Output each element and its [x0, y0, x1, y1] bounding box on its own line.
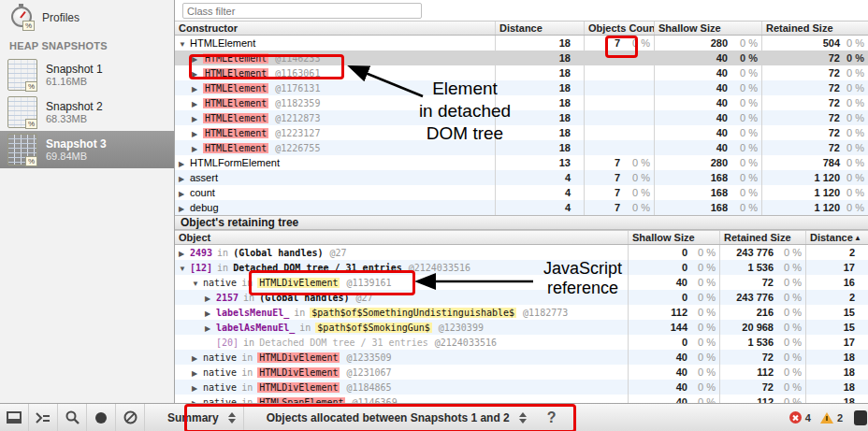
expander-icon[interactable]: ▶ — [205, 307, 216, 320]
retaining-tree-title[interactable]: Object's retaining tree — [175, 215, 868, 230]
column-header-objects-count[interactable]: Objects Count▼ — [585, 22, 655, 35]
search-button[interactable] — [58, 404, 87, 431]
value: 112 — [632, 305, 687, 320]
constructor-row[interactable]: ▶HTMLFormElement1370 %2800 %7840 % — [175, 155, 868, 170]
value: 18 — [499, 110, 571, 125]
retaining-tree-row[interactable]: ▶labelAsMenuEl_in$path$of$SmokingGun$@12… — [175, 320, 868, 335]
heap-snapshot-view: Constructor Distance Objects Count▼ Shal… — [175, 0, 868, 403]
column-header-distance[interactable]: Distance — [496, 22, 585, 35]
value: 72 — [766, 125, 840, 140]
expander-icon[interactable]: ▶ — [205, 322, 216, 335]
constructor-row[interactable]: ▼HTMLElement1870 %2800 %5040 % — [175, 36, 868, 50]
text-part: assert — [190, 172, 218, 183]
retaining-tree-row[interactable]: ▶nativeinHTMLDivElement@1184865400 %720 … — [175, 380, 868, 395]
value: 1 120 — [766, 200, 840, 215]
value-cell: 400 % — [629, 275, 720, 290]
value-cell: 243 7760 % — [720, 290, 806, 305]
expander-icon[interactable]: ▶ — [192, 67, 203, 80]
error-icon[interactable] — [789, 411, 802, 424]
percent: 0 % — [687, 380, 716, 395]
constructor-row[interactable]: ▶debug470 %1680 %1 1200 % — [175, 200, 868, 215]
expander-icon[interactable]: ▼ — [179, 37, 190, 50]
constructor-row[interactable]: ▶HTMLElement@118235918400 %720 % — [175, 95, 868, 110]
object-cell: ▶HTMLElement@1182359 — [175, 95, 496, 110]
constructor-row[interactable]: ▶HTMLElement@122312718400 %720 % — [175, 125, 868, 140]
column-header-constructor[interactable]: Constructor — [175, 22, 496, 35]
value-cell — [585, 110, 655, 125]
expander-icon[interactable]: ▶ — [192, 352, 203, 365]
console-drawer-button[interactable] — [29, 404, 58, 431]
expander-icon[interactable]: ▶ — [192, 381, 203, 395]
retaining-tree-row[interactable]: ▶2493in(Global handles)@2700 %243 7760 %… — [175, 245, 868, 260]
value: 504 — [766, 36, 840, 50]
value: 20 968 — [724, 320, 774, 335]
percent: 0 % — [687, 305, 716, 320]
expander-icon[interactable]: ▶ — [192, 97, 203, 110]
help-button[interactable]: ? — [547, 409, 557, 426]
expander-icon[interactable]: ▶ — [192, 82, 203, 95]
expander-icon[interactable]: ▶ — [192, 52, 203, 65]
object-cell: ▶HTMLElement@1212873 — [175, 110, 496, 125]
column-header-retained-size[interactable]: Retained Size — [762, 22, 868, 35]
constructor-row[interactable]: ▶HTMLElement@121287318400 %720 % — [175, 110, 868, 125]
column-header-distance[interactable]: Distance▲ — [806, 231, 868, 244]
record-button[interactable] — [87, 404, 116, 431]
clear-button[interactable] — [116, 404, 145, 431]
retaining-tree-row[interactable]: ▼nativeinHTMLDivElement@1139161400 %720 … — [175, 275, 868, 290]
column-header-shallow-size[interactable]: Shallow Size — [655, 22, 762, 35]
profiles-panel-button[interactable]: % Profiles — [0, 0, 174, 35]
value-cell: 1 5360 % — [720, 260, 806, 275]
expander-icon[interactable]: ▶ — [179, 202, 190, 215]
constructor-row[interactable]: ▶HTMLElement@114623318400 %720 % — [175, 50, 868, 65]
retaining-tree-row[interactable]: ▶nativeinHTMLDivElement@1233509400 %720 … — [175, 350, 868, 365]
filter-bar — [175, 0, 868, 21]
expander-icon[interactable]: ▶ — [179, 247, 190, 260]
expander-icon[interactable]: ▶ — [179, 187, 190, 200]
value: 40 — [658, 65, 728, 80]
text-part: (Global handles) — [259, 293, 349, 303]
snapshot-item[interactable]: %Snapshot 268.33MB — [0, 93, 174, 131]
expander-icon[interactable]: ▼ — [192, 277, 203, 290]
expander-icon[interactable]: ▶ — [192, 142, 203, 155]
percent: 0 % — [774, 350, 802, 365]
expander-icon[interactable]: ▼ — [179, 262, 190, 275]
expander-icon[interactable]: ▶ — [192, 366, 203, 380]
value-cell: 720 % — [762, 65, 868, 80]
constructor-row[interactable]: ▶count470 %1680 %1 1200 % — [175, 185, 868, 200]
percent: 0 % — [620, 200, 650, 215]
column-header-object[interactable]: Object — [175, 231, 629, 244]
column-header-retained-size[interactable]: Retained Size — [720, 231, 806, 244]
allocation-filter-value: Objects allocated between Snapshots 1 an… — [267, 411, 510, 424]
text-part: @1212873 — [275, 113, 320, 123]
retaining-tree-row[interactable]: ▶nativeinHTMLDivElement@1231067400 %1120… — [175, 365, 868, 380]
expander-icon[interactable]: ▶ — [205, 292, 216, 305]
expander-icon[interactable]: ▶ — [192, 127, 203, 140]
value-cell: 4 — [496, 200, 585, 215]
snapshot-item[interactable]: %Snapshot 369.84MB — [0, 131, 174, 168]
retaining-tree-row[interactable]: ▶2157in(Global handles)@2700 %243 7760 %… — [175, 290, 868, 305]
view-mode-select[interactable]: Summary — [158, 408, 243, 428]
expander-icon[interactable]: ▶ — [192, 112, 203, 125]
retaining-tree-row[interactable]: ▶nativeinHTMLSpanElement@1146369400 %112… — [175, 395, 868, 403]
constructor-row[interactable]: ▶assert470 %1680 %1 1200 % — [175, 170, 868, 185]
expander-icon[interactable]: ▶ — [192, 396, 203, 403]
column-header-shallow-size[interactable]: Shallow Size — [629, 231, 720, 244]
warning-icon[interactable] — [820, 412, 833, 424]
snapshot-item[interactable]: %Snapshot 161.16MB — [0, 56, 174, 93]
retaining-tree-row[interactable]: ▶labelsMenuEl_in$path$of$SomethingUndist… — [175, 305, 868, 320]
value: 2 — [810, 245, 855, 260]
expander-icon[interactable]: ▶ — [179, 157, 190, 170]
retaining-tree-row[interactable]: [20]inDetached DOM tree / 31 entries@212… — [175, 335, 868, 350]
constructor-row[interactable]: ▶HTMLElement@117613118400 %720 % — [175, 80, 868, 95]
allocation-filter-select[interactable]: Objects allocated between Snapshots 1 an… — [257, 408, 534, 428]
class-filter-input[interactable] — [182, 3, 422, 19]
expander-icon[interactable]: ▶ — [179, 172, 190, 185]
settings-icon[interactable] — [854, 410, 867, 425]
constructor-row[interactable]: ▶HTMLElement@116306118400 %720 % — [175, 65, 868, 80]
column-label: Retained Size — [766, 22, 833, 35]
dock-side-button[interactable] — [0, 404, 29, 431]
text-part: @1231067 — [346, 367, 391, 378]
constructor-row[interactable]: ▶HTMLElement@122675518400 %720 % — [175, 140, 868, 155]
value: 168 — [658, 185, 728, 200]
retaining-tree-row[interactable]: ▼[12]inDetached DOM tree / 31 entries@21… — [175, 260, 868, 275]
